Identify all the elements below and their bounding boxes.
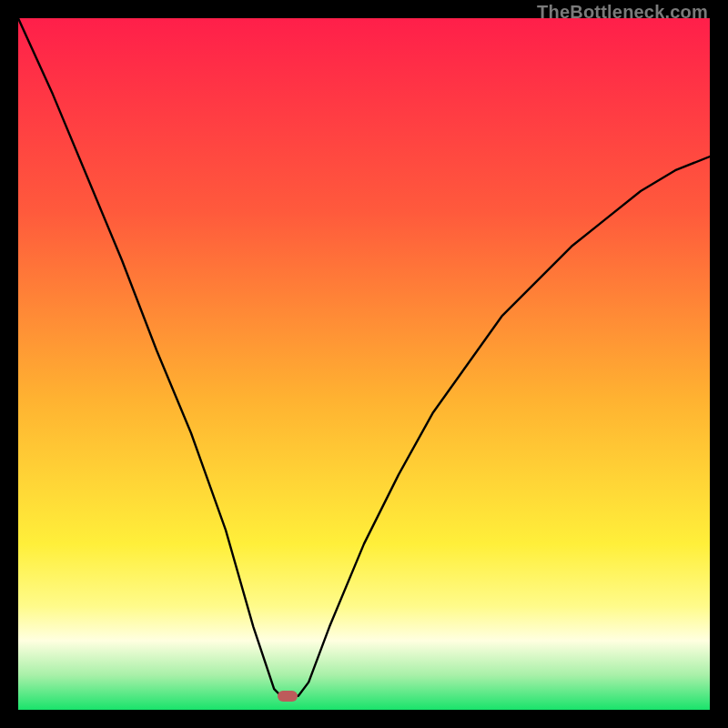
attribution-text: TheBottleneck.com (537, 2, 708, 23)
bottleneck-curve (18, 18, 710, 710)
curve-path (18, 18, 710, 696)
chart-frame: TheBottleneck.com (0, 0, 728, 728)
plot-area (18, 18, 710, 710)
optimum-marker (278, 691, 298, 702)
